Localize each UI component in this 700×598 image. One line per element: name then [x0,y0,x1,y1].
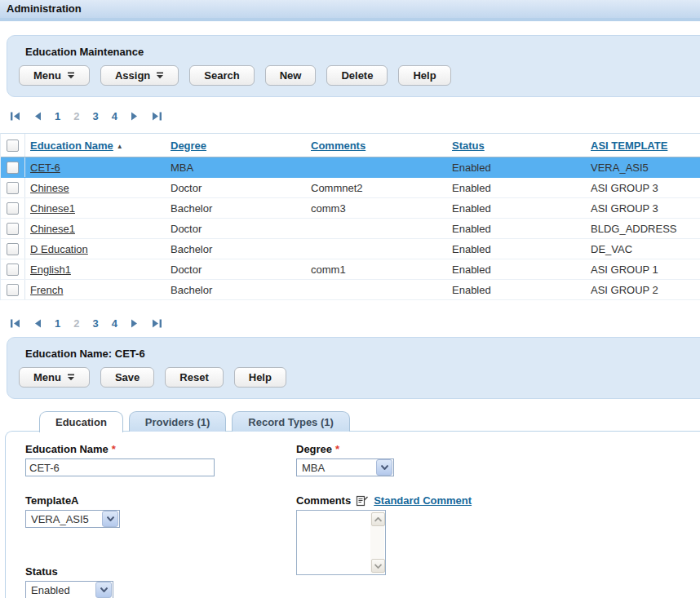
last-page-icon[interactable] [152,319,162,328]
menu-button[interactable]: Menu [19,65,90,86]
select-all-checkbox[interactable] [7,140,19,152]
page-link-4[interactable]: 4 [112,317,117,330]
next-page-icon[interactable] [131,112,139,121]
education-maintenance-panel: Education Maintenance Menu Assign Search… [7,35,700,97]
page-link-3[interactable]: 3 [92,110,98,122]
detail-tabs: Education Providers (1) Record Types (1) [39,411,700,432]
status-cell: Enabled [447,162,586,174]
column-header-status: Status [447,140,586,152]
prev-page-icon[interactable] [33,112,42,121]
scroll-down-icon[interactable] [371,559,385,573]
detail-menu-button[interactable]: Menu [19,367,90,388]
tab-education[interactable]: Education [39,411,123,432]
degree-cell: Bachelor [166,202,306,215]
first-page-icon[interactable] [10,112,20,121]
prev-page-icon[interactable] [33,319,42,328]
textarea-scrollbar[interactable] [370,512,384,574]
degree-select[interactable]: MBA [296,458,394,476]
table-row[interactable]: D Education Bachelor Enabled DE_VAC [1,239,700,259]
template-field-group: TemplateA VERA_ASI5 Status Enabled [25,494,296,598]
template-select[interactable]: VERA_ASI5 [25,510,120,528]
status-cell: Enabled [447,202,586,215]
standard-comment-icon[interactable] [356,494,369,507]
table-row[interactable]: French Bachelor Enabled ASI GROUP 2 [1,280,700,300]
row-checkbox[interactable] [7,223,19,235]
comments-cell: Commnet2 [306,182,447,194]
scroll-up-icon[interactable] [371,512,385,526]
education-name-link[interactable]: French [30,284,63,296]
column-header-education-name: Education Name▲ [25,140,166,152]
first-page-icon[interactable] [10,319,20,328]
asi-template-cell: ASI GROUP 1 [586,264,700,276]
education-name-link[interactable]: English1 [30,264,71,276]
next-page-icon[interactable] [131,319,139,328]
panel-title: Education Maintenance [25,46,700,58]
last-page-icon[interactable] [152,112,162,121]
education-name-field-group: Education Name* [25,443,296,476]
page-link-1[interactable]: 1 [55,317,60,330]
table-row[interactable]: English1 Doctor comm1 Enabled ASI GROUP … [1,259,700,280]
degree-field-group: Degree* MBA [296,443,700,476]
status-field-group: Status Enabled [25,565,296,598]
page-link-4[interactable]: 4 [112,110,117,122]
education-detail-panel: Education Name: CET-6 Menu Save Reset He… [7,337,700,399]
status-cell: Enabled [447,243,586,255]
degree-cell: Bachelor [166,284,306,296]
help-button[interactable]: Help [398,65,450,86]
tab-providers[interactable]: Providers (1) [129,411,226,432]
page-link-3[interactable]: 3 [92,317,98,330]
status-select[interactable]: Enabled [25,581,113,598]
table-row[interactable]: Chinese Doctor Commnet2 Enabled ASI GROU… [1,178,700,198]
status-cell: Enabled [447,182,586,194]
asi-template-cell: ASI GROUP 3 [586,182,700,194]
asi-template-cell: ASI GROUP 2 [586,284,700,296]
table-header-row: Education Name▲ Degree Comments Status A… [1,134,700,157]
page-link-1[interactable]: 1 [55,110,60,122]
comments-field-group: Comments Standard Comment [296,494,700,598]
detail-menu-button-label: Menu [33,371,61,383]
degree-label: Degree* [296,443,700,455]
pagination-bottom: 1 2 3 4 [10,317,700,330]
row-checkbox[interactable] [7,284,19,296]
required-mark: * [335,443,339,455]
new-button[interactable]: New [265,65,317,86]
page-title: Administration [0,0,700,21]
assign-button-label: Assign [115,69,150,82]
detail-help-button[interactable]: Help [234,367,286,388]
save-button[interactable]: Save [100,367,154,388]
delete-button[interactable]: Delete [326,65,388,86]
table-row[interactable]: Chinese1 Bachelor comm3 Enabled ASI GROU… [1,198,700,219]
row-checkbox[interactable] [7,243,19,255]
assign-dropdown-icon [156,72,164,79]
education-name-link[interactable]: Chinese1 [30,202,75,215]
page-current-2: 2 [73,110,79,122]
row-checkbox[interactable] [7,202,19,215]
education-name-link[interactable]: D Education [30,243,88,255]
menu-button-label: Menu [33,69,61,82]
menu-dropdown-icon [67,72,75,79]
tab-record-types[interactable]: Record Types (1) [232,411,350,432]
chevron-down-icon [95,582,112,598]
column-header-degree: Degree [166,140,306,152]
reset-button[interactable]: Reset [165,367,223,388]
search-button[interactable]: Search [189,65,254,86]
row-checkbox[interactable] [7,182,19,194]
row-checkbox[interactable] [7,264,19,276]
page-current-2: 2 [73,317,79,330]
chevron-down-icon [376,459,392,476]
education-name-input[interactable] [25,458,215,476]
table-row[interactable]: Chinese1 Doctor Enabled BLDG_ADDRESS [1,219,700,239]
education-name-link[interactable]: CET-6 [30,162,60,174]
table-row[interactable]: CET-6 MBA Enabled VERA_ASI5 [1,157,700,178]
education-name-link[interactable]: Chinese [30,182,69,194]
education-name-link[interactable]: Chinese1 [30,223,75,235]
comments-textarea[interactable] [296,510,386,575]
assign-button[interactable]: Assign [100,65,179,86]
template-label: TemplateA [25,494,296,507]
comments-cell: comm1 [306,264,447,276]
status-label: Status [25,565,296,578]
degree-cell: Doctor [166,182,306,194]
row-checkbox[interactable] [7,162,19,174]
standard-comment-link[interactable]: Standard Comment [374,494,472,507]
status-cell: Enabled [447,223,586,235]
